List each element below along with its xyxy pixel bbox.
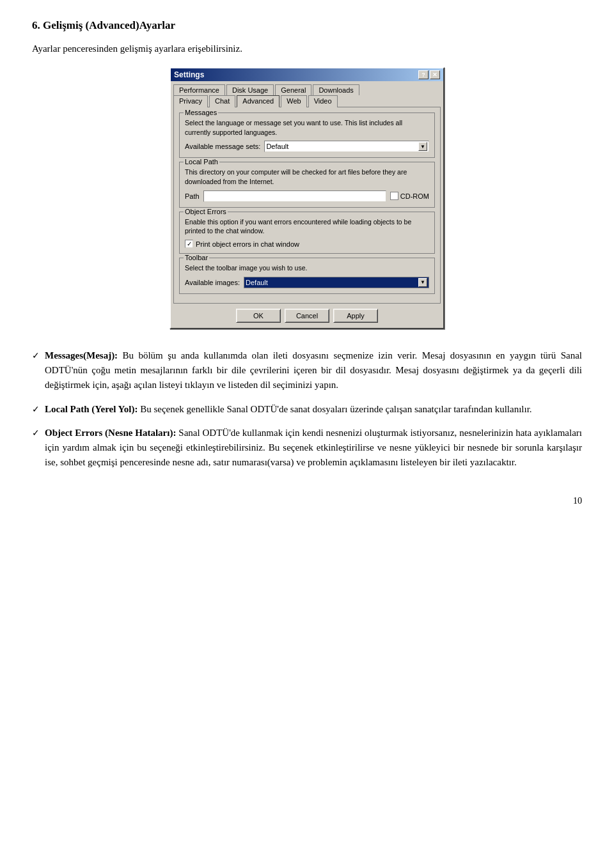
messages-dropdown[interactable]: Default ▼ <box>264 141 429 152</box>
local-path-bold-label: Local Path (Yerel Yol): <box>45 404 138 414</box>
toolbar-group-text: Select the toolbar image you wish to use… <box>185 263 429 273</box>
dialog-title: Settings <box>174 70 204 79</box>
messages-bullet-content: Messages(Mesaj): Bu bölüm şu anda kullan… <box>45 348 582 393</box>
bullet-checkmark-1: ✓ <box>32 349 40 393</box>
object-errors-checkbox-row: ✓ Print object errors in chat window <box>185 240 429 248</box>
messages-group-label: Messages <box>184 109 218 116</box>
messages-field-label: Available message sets: <box>185 143 260 150</box>
object-errors-bullet: ✓ Object Errors (Nesne Hataları): Sanal … <box>32 426 582 470</box>
tab-video[interactable]: Video <box>308 95 338 107</box>
tab-disk-usage[interactable]: Disk Usage <box>226 84 274 95</box>
dialog-buttons: OK Cancel Apply <box>171 306 443 328</box>
page-number: 10 <box>32 496 582 506</box>
intro-paragraph: Ayarlar penceresinden gelişmiş ayarlara … <box>32 43 582 54</box>
tab-general[interactable]: General <box>275 84 311 95</box>
messages-bold-label: Messages(Mesaj): <box>45 350 118 360</box>
local-path-body-text: Bu seçenek genellikle Sanal ODTÜ'de sana… <box>138 404 531 414</box>
object-errors-group: Object Errors Enable this option if you … <box>179 212 435 254</box>
apply-button[interactable]: Apply <box>333 309 378 323</box>
ok-button[interactable]: OK <box>236 309 281 323</box>
tab-row-1: Performance Disk Usage General Downloads <box>173 84 441 95</box>
toolbar-group: Toolbar Select the toolbar image you wis… <box>179 258 435 294</box>
cancel-button[interactable]: Cancel <box>285 309 329 323</box>
path-label: Path <box>185 192 200 200</box>
tab-advanced[interactable]: Advanced <box>237 95 279 107</box>
messages-group-text: Select the language or message set you w… <box>185 118 429 137</box>
local-path-group-text: This directory on your computer will be … <box>185 167 429 186</box>
toolbar-field-label: Available images: <box>185 279 240 286</box>
toolbar-group-label: Toolbar <box>184 254 209 261</box>
page-heading: 6. Gelişmiş (Advanced)Ayarlar <box>32 19 582 32</box>
messages-field-row: Available message sets: Default ▼ <box>185 141 429 152</box>
local-path-bullet: ✓ Local Path (Yerel Yol): Bu seçenek gen… <box>32 402 582 417</box>
toolbar-dropdown[interactable]: Default ▼ <box>244 277 429 288</box>
object-errors-group-text: Enable this option if you want errors en… <box>185 217 429 236</box>
messages-bullet: ✓ Messages(Mesaj): Bu bölüm şu anda kull… <box>32 348 582 393</box>
cdrom-label: CD-ROM <box>400 192 429 200</box>
local-path-group-label: Local Path <box>184 158 219 166</box>
local-path-field-row: Path CD-ROM <box>185 190 429 202</box>
tab-privacy[interactable]: Privacy <box>173 95 208 107</box>
messages-dropdown-value: Default <box>266 143 288 150</box>
toolbar-field-row: Available images: Default ▼ <box>185 277 429 288</box>
object-errors-checkbox[interactable]: ✓ <box>185 240 193 248</box>
bullet-checkmark-2: ✓ <box>32 403 40 417</box>
tab-performance[interactable]: Performance <box>173 84 225 95</box>
dialog-tabs: Performance Disk Usage General Downloads… <box>171 81 443 107</box>
toolbar-dropdown-arrow[interactable]: ▼ <box>418 278 427 287</box>
toolbar-dropdown-value: Default <box>246 279 268 286</box>
cdrom-checkbox[interactable] <box>390 192 398 200</box>
tab-web[interactable]: Web <box>281 95 306 107</box>
messages-body-text: Bu bölüm şu anda kullanımda olan ileti d… <box>45 350 582 391</box>
tab-row-2: Privacy Chat Advanced Web Video <box>173 95 441 107</box>
path-input[interactable] <box>203 190 386 202</box>
bullet-checkmark-3: ✓ <box>32 426 40 470</box>
local-path-bullet-content: Local Path (Yerel Yol): Bu seçenek genel… <box>45 402 582 417</box>
tab-downloads[interactable]: Downloads <box>313 84 359 95</box>
messages-dropdown-arrow[interactable]: ▼ <box>418 142 427 151</box>
dialog-titlebar: Settings ? ✕ <box>171 68 443 81</box>
object-errors-checkbox-label: Print object errors in chat window <box>196 240 299 248</box>
titlebar-buttons: ? ✕ <box>418 70 440 79</box>
help-button[interactable]: ? <box>418 70 429 79</box>
tab-chat[interactable]: Chat <box>209 95 235 107</box>
settings-dialog: Settings ? ✕ Performance Disk Usage Gene… <box>169 67 445 329</box>
dialog-wrapper: Settings ? ✕ Performance Disk Usage Gene… <box>32 67 582 329</box>
local-path-group: Local Path This directory on your comput… <box>179 162 435 207</box>
cdrom-check: CD-ROM <box>390 192 429 200</box>
object-errors-bold-label: Object Errors (Nesne Hataları): <box>45 428 176 438</box>
dialog-body: Messages Select the language or message … <box>173 107 441 304</box>
object-errors-group-label: Object Errors <box>184 208 228 215</box>
close-button[interactable]: ✕ <box>430 70 440 79</box>
messages-group: Messages Select the language or message … <box>179 112 435 158</box>
object-errors-bullet-content: Object Errors (Nesne Hataları): Sanal OD… <box>45 426 582 470</box>
